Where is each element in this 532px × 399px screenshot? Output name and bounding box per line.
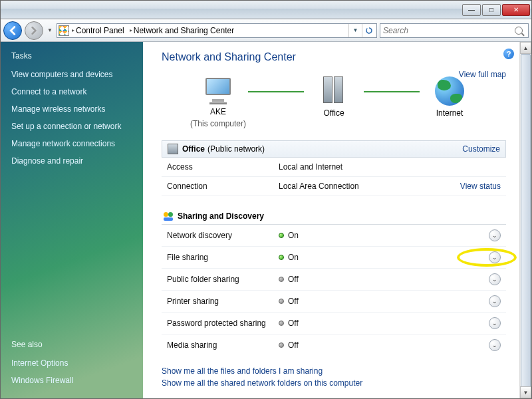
network-link-line xyxy=(248,91,304,92)
sidebar-item-manage-connections[interactable]: Manage network connections xyxy=(11,139,136,148)
node-label: Internet xyxy=(436,108,464,118)
minimize-button[interactable]: — xyxy=(462,4,481,16)
customize-link[interactable]: Customize xyxy=(462,144,500,154)
expand-button[interactable]: ⌄ xyxy=(489,295,501,307)
row-key: Media sharing xyxy=(167,340,279,350)
nav-history-dropdown[interactable]: ▼ xyxy=(46,22,54,39)
row-key: Access xyxy=(167,162,279,172)
row-key: Network discovery xyxy=(167,231,279,240)
row-value: On xyxy=(288,231,299,240)
scroll-down-button[interactable]: ▼ xyxy=(520,386,531,398)
row-key: Connection xyxy=(167,182,279,191)
network-node-this-computer[interactable]: AKE (This computer) xyxy=(182,78,255,128)
sidebar-heading-tasks: Tasks xyxy=(11,51,136,61)
row-key: Printer sharing xyxy=(167,297,279,306)
network-node-office[interactable]: Office xyxy=(297,76,370,130)
expand-button[interactable]: ⌄ xyxy=(489,251,501,263)
server-icon xyxy=(321,76,347,106)
sharing-row-password-protected: Password protected sharing Off ⌄ xyxy=(162,313,506,334)
sharing-row-file-sharing: File sharing On ⌄ xyxy=(162,247,506,269)
tasks-sidebar: Tasks View computers and devices Connect… xyxy=(1,42,143,398)
status-on-icon xyxy=(279,233,284,238)
breadcrumb-control-panel[interactable]: ▸ Control Panel xyxy=(69,24,127,37)
network-link-line xyxy=(364,91,420,92)
row-key: Password protected sharing xyxy=(167,319,279,328)
breadcrumb-label: Network and Sharing Center xyxy=(134,26,234,35)
row-value: Off xyxy=(288,319,299,328)
page-title: Network and Sharing Center xyxy=(162,51,506,63)
network-name-label: Office xyxy=(182,144,205,154)
network-node-internet[interactable]: Internet xyxy=(413,76,486,130)
expand-button[interactable]: ⌄ xyxy=(489,317,501,329)
network-type-label: (Public network) xyxy=(207,144,265,154)
control-panel-icon xyxy=(59,25,69,36)
sharing-row-public-folder: Public folder sharing Off ⌄ xyxy=(162,269,506,291)
vertical-scrollbar[interactable]: ▲ ▼ xyxy=(519,42,531,398)
node-label: AKE xyxy=(210,107,226,116)
search-input[interactable] xyxy=(383,26,515,35)
network-access-row: Access Local and Internet xyxy=(162,158,506,177)
show-shared-files-link[interactable]: Show me all the files and folders I am s… xyxy=(162,366,506,376)
nav-forward-button[interactable] xyxy=(25,21,43,40)
sidebar-item-setup-connection[interactable]: Set up a connection or network xyxy=(11,122,136,131)
main-content: ? View full map Network and Sharing Cent… xyxy=(143,42,531,398)
sidebar-item-windows-firewall[interactable]: Windows Firewall xyxy=(11,376,136,385)
nav-back-button[interactable] xyxy=(3,21,22,40)
network-map: AKE (This computer) Office Int xyxy=(182,76,486,130)
row-value: Local Area Connection xyxy=(279,182,460,191)
maximize-button[interactable]: □ xyxy=(482,4,501,16)
sharing-row-network-discovery: Network discovery On ⌄ xyxy=(162,225,506,247)
breadcrumb-label: Control Panel xyxy=(76,26,124,35)
computer-icon xyxy=(202,78,234,104)
network-section-header: Office (Public network) Customize xyxy=(162,140,506,158)
status-off-icon xyxy=(279,277,284,282)
address-dropdown-button[interactable]: ▼ xyxy=(348,24,362,37)
sharing-icon xyxy=(163,211,174,221)
expand-button[interactable]: ⌄ xyxy=(489,229,501,241)
show-shared-folders-link[interactable]: Show me all the shared network folders o… xyxy=(162,378,506,388)
globe-icon xyxy=(435,76,464,106)
row-value: Off xyxy=(288,297,299,306)
row-key: File sharing xyxy=(167,253,279,262)
address-refresh-button[interactable] xyxy=(362,24,375,37)
row-value: Off xyxy=(288,340,299,350)
office-network-icon xyxy=(168,144,178,154)
sidebar-item-internet-options[interactable]: Internet Options xyxy=(11,358,136,368)
sharing-title: Sharing and Discovery xyxy=(178,211,264,221)
sidebar-item-connect-network[interactable]: Connect to a network xyxy=(11,87,136,96)
row-key: Public folder sharing xyxy=(167,275,279,284)
window-titlebar: — □ ✕ xyxy=(1,1,531,19)
row-value: Local and Internet xyxy=(279,162,501,172)
view-status-link[interactable]: View status xyxy=(460,182,501,191)
sidebar-heading-seealso: See also xyxy=(11,340,136,349)
nav-toolbar: ▼ ▸ Control Panel ▸ Network and Sharing … xyxy=(1,19,531,42)
node-label: Office xyxy=(323,108,344,118)
network-connection-row: Connection Local Area Connection View st… xyxy=(162,177,506,196)
scroll-thumb[interactable] xyxy=(521,54,531,398)
expand-button[interactable]: ⌄ xyxy=(489,273,501,285)
row-value: On xyxy=(288,253,299,262)
control-panel-window: — □ ✕ ▼ ▸ Control Panel ▸ Network and Sh… xyxy=(0,0,532,399)
close-button[interactable]: ✕ xyxy=(502,4,530,16)
address-bar[interactable]: ▸ Control Panel ▸ Network and Sharing Ce… xyxy=(57,23,377,38)
status-off-icon xyxy=(279,299,284,304)
status-off-icon xyxy=(279,321,284,326)
breadcrumb-network-sharing[interactable]: ▸ Network and Sharing Center xyxy=(127,24,237,37)
sidebar-item-diagnose-repair[interactable]: Diagnose and repair xyxy=(11,156,136,166)
scroll-up-button[interactable]: ▲ xyxy=(520,42,531,54)
search-icon xyxy=(515,27,523,35)
sharing-section-header: Sharing and Discovery xyxy=(162,208,506,225)
row-value: Off xyxy=(288,275,299,284)
sidebar-item-view-computers[interactable]: View computers and devices xyxy=(11,70,136,79)
expand-button[interactable]: ⌄ xyxy=(489,339,501,351)
sidebar-item-manage-wireless[interactable]: Manage wireless networks xyxy=(11,104,136,114)
sharing-row-printer-sharing: Printer sharing Off ⌄ xyxy=(162,291,506,313)
status-on-icon xyxy=(279,255,284,260)
status-off-icon xyxy=(279,342,284,348)
node-sublabel: (This computer) xyxy=(190,119,246,128)
search-box[interactable] xyxy=(380,23,529,38)
sharing-row-media-sharing: Media sharing Off ⌄ xyxy=(162,334,506,356)
